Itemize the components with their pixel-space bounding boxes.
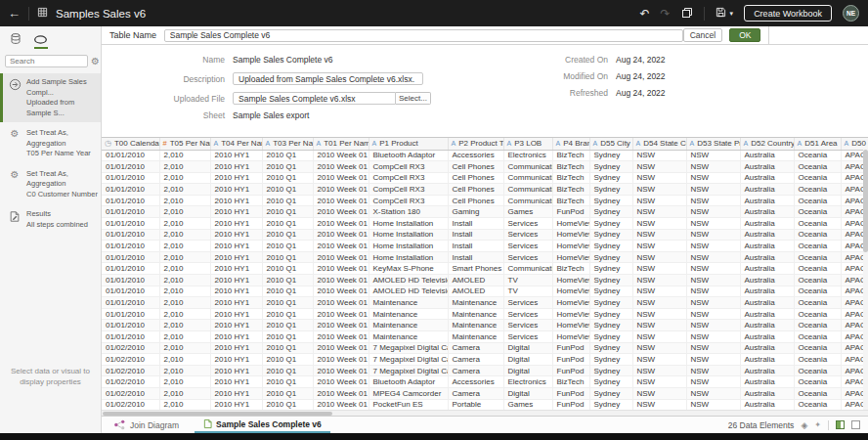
table-row[interactable]: 01/01/20102,0102010 HY12010 Q12010 Week …: [102, 172, 868, 184]
table-cell: HomeView: [552, 331, 589, 343]
table-cell: 2010 Q1: [262, 251, 313, 263]
save-icon[interactable]: [716, 7, 726, 20]
table-cell: Services: [503, 297, 552, 309]
horizontal-scrollbar-thumb[interactable]: [103, 412, 332, 416]
quality-insights-icon[interactable]: ◈: [801, 420, 807, 430]
step-treat-as-1[interactable]: ⚙ Set Treat As, Aggregation T05 Per Name…: [0, 124, 101, 163]
column-header[interactable]: AT03 Per Nam...: [262, 138, 313, 150]
table-cell: 2010 Week 01: [313, 195, 369, 206]
cancel-button[interactable]: Cancel: [683, 28, 722, 42]
table-cell: Australia: [740, 286, 794, 297]
table-cell: HomeView: [552, 275, 589, 286]
created-on-label: Created On: [497, 55, 608, 65]
column-label: D50: [851, 139, 866, 148]
search-input[interactable]: [5, 55, 88, 67]
active-tab-label: Sample Sales Complete v6: [216, 419, 322, 429]
column-header[interactable]: AP2 Product T...: [448, 138, 503, 150]
back-icon[interactable]: ←: [8, 7, 21, 20]
table-cell: Australia: [740, 365, 794, 376]
table-row[interactable]: 01/01/20102,0102010 HY12010 Q12010 Week …: [102, 229, 868, 241]
column-header[interactable]: AT01 Per Nam...: [313, 138, 369, 150]
table-row[interactable]: 01/02/20102,0102010 HY12010 Q12010 Week …: [102, 342, 868, 354]
vertical-scrollbar-thumb[interactable]: [863, 150, 868, 252]
table-cell: 01/01/2010: [102, 229, 159, 241]
table-row[interactable]: 01/01/20102,0102010 HY12010 Q12010 Week …: [102, 161, 868, 173]
table-cell: 2010 Q1: [262, 387, 313, 399]
table-row[interactable]: 01/01/20102,0102010 HY12010 Q12010 Week …: [102, 218, 868, 230]
table-cell: 7 Megapixel Digital Camera: [369, 342, 448, 354]
uploaded-file-field[interactable]: [233, 92, 396, 105]
tab-sample-sales-complete[interactable]: Sample Sales Complete v6: [195, 417, 330, 433]
undo-icon[interactable]: ↶: [639, 8, 649, 20]
table-row[interactable]: 01/02/20102,0102010 HY12010 Q12010 Week …: [102, 365, 868, 376]
table-row[interactable]: 01/01/20102,0102010 HY12010 Q12010 Week …: [102, 241, 868, 252]
table-row[interactable]: 01/01/20102,0102010 HY12010 Q12010 Week …: [102, 320, 868, 331]
sidebar-tab-steps[interactable]: [33, 34, 48, 49]
table-row[interactable]: 01/01/20102,0102010 HY12010 Q12010 Week …: [102, 308, 868, 320]
tab-underline: [9, 47, 22, 49]
table-cell: Home Installation: [369, 241, 448, 252]
column-header[interactable]: AD51 Area: [794, 138, 841, 150]
description-field[interactable]: [233, 72, 423, 85]
table-row[interactable]: 01/01/20102,0102010 HY12010 Q12010 Week …: [102, 184, 868, 196]
table-cell: Oceania: [794, 184, 841, 196]
metadata-view-toggle-icon[interactable]: [851, 420, 860, 429]
table-row[interactable]: 01/02/20102,0102010 HY12010 Q12010 Week …: [102, 376, 868, 388]
column-label: D53 State Pr...: [697, 139, 740, 148]
table-cell: Oceania: [794, 342, 841, 354]
column-header[interactable]: AP3 LOB: [503, 138, 552, 150]
table-name-input[interactable]: [164, 29, 683, 42]
table-cell: CompCell RX3: [369, 161, 448, 173]
table-cell: 2010 HY1: [210, 275, 262, 286]
sidebar-tab-data[interactable]: [9, 32, 22, 49]
horizontal-scrollbar[interactable]: [102, 410, 868, 416]
column-header[interactable]: AT04 Per Nam...: [210, 138, 262, 150]
column-header[interactable]: AD54 State Code: [632, 138, 686, 150]
table-row[interactable]: 01/01/20102,0102010 HY12010 Q12010 Week …: [102, 150, 868, 161]
table-cell: NSW: [686, 150, 740, 161]
table-row[interactable]: 01/01/20102,0102010 HY12010 Q12010 Week …: [102, 275, 868, 286]
step-results[interactable]: Results All steps combined: [0, 205, 101, 234]
table-row[interactable]: 01/01/20102,0102010 HY12010 Q12010 Week …: [102, 263, 868, 275]
table-cell: 01/01/2010: [102, 297, 159, 309]
column-header[interactable]: ◷T00 Calendar ...: [102, 138, 159, 150]
data-view-toggle-icon[interactable]: [836, 420, 845, 429]
step-add-data[interactable]: Add Sample Sales Compl... Uploaded from …: [0, 73, 101, 122]
table-row[interactable]: 01/02/20102,0102010 HY12010 Q12010 Week …: [102, 354, 868, 366]
join-diagram-button[interactable]: Join Diagram: [106, 417, 187, 433]
table-row[interactable]: 01/01/20102,0102010 HY12010 Q12010 Week …: [102, 331, 868, 343]
save-menu-caret-icon[interactable]: ▾: [730, 10, 734, 18]
select-file-button[interactable]: Select...: [396, 92, 431, 105]
table-cell: 2010 Q1: [262, 297, 313, 309]
table-row[interactable]: 01/01/20102,0102010 HY12010 Q12010 Week …: [102, 286, 868, 297]
column-header[interactable]: AD53 State Pr...: [686, 138, 740, 150]
ok-button[interactable]: OK: [729, 28, 760, 42]
vertical-scrollbar[interactable]: [863, 150, 868, 410]
create-workbook-button[interactable]: Create Workbook: [744, 5, 832, 22]
search-options-icon[interactable]: ⚙: [91, 57, 100, 66]
inspect-windows-icon[interactable]: [681, 7, 693, 21]
table-cell: 2010 HY1: [210, 286, 262, 297]
table-row[interactable]: 01/01/20102,0102010 HY12010 Q12010 Week …: [102, 297, 868, 309]
column-label: D55 City: [600, 139, 630, 148]
table-row[interactable]: 01/02/20102,0102010 HY12010 Q12010 Week …: [102, 399, 868, 410]
table-row[interactable]: 01/01/20102,0102010 HY12010 Q12010 Week …: [102, 195, 868, 206]
avatar[interactable]: NE: [843, 5, 859, 22]
column-header[interactable]: #T05 Per Nam...: [159, 138, 210, 150]
table-cell: Australia: [740, 206, 794, 218]
enrich-icon[interactable]: ✦: [814, 420, 821, 429]
table-cell: CompCell RX3: [369, 184, 448, 196]
column-header[interactable]: AP1 Product: [369, 138, 448, 150]
table-cell: NSW: [632, 376, 686, 388]
column-header[interactable]: AD52 Country ...: [740, 138, 794, 150]
table-row[interactable]: 01/02/20102,0102010 HY12010 Q12010 Week …: [102, 387, 868, 399]
table-row[interactable]: 01/01/20102,0102010 HY12010 Q12010 Week …: [102, 206, 868, 218]
step-treat-as-2[interactable]: ⚙ Set Treat As, Aggregation C0 Customer …: [0, 165, 101, 204]
column-header[interactable]: AD55 City: [589, 138, 632, 150]
table-cell: Cell Phones: [448, 161, 503, 173]
column-header[interactable]: AD50: [841, 138, 868, 150]
column-header[interactable]: AP4 Brand: [552, 138, 589, 150]
table-cell: Australia: [740, 150, 794, 161]
table-row[interactable]: 01/01/20102,0102010 HY12010 Q12010 Week …: [102, 251, 868, 263]
text-type-icon: A: [636, 140, 641, 147]
